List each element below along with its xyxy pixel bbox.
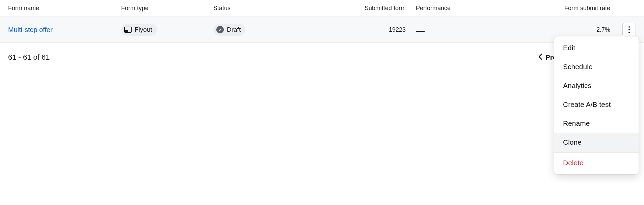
column-header-submitted[interactable]: Submitted form (335, 5, 406, 12)
performance-empty (416, 31, 425, 32)
column-header-type[interactable]: Form type (121, 5, 213, 12)
form-name-link[interactable]: Multi-step offer (8, 26, 53, 33)
form-type-label: Flyout (135, 26, 152, 33)
submitted-value: 19223 (335, 26, 406, 33)
menu-item-schedule[interactable]: Schedule (554, 57, 639, 72)
svg-rect-1 (125, 30, 128, 32)
column-header-performance[interactable]: Performance (406, 5, 487, 12)
table-header-row: Form name Form type Status Submitted for… (0, 0, 644, 17)
status-badge: Draft (213, 24, 245, 36)
column-header-status[interactable]: Status (213, 5, 335, 12)
column-header-rate[interactable]: Form submit rate (487, 5, 617, 12)
menu-item-edit[interactable]: Edit (554, 38, 639, 57)
table-footer: 61 - 61 of 61 Prev 1 2 3 4 (0, 43, 644, 72)
result-range: 61 - 61 of 61 (8, 53, 50, 62)
flyout-icon (124, 26, 132, 34)
draft-icon (216, 26, 224, 34)
submit-rate-value: 2.7% (487, 26, 617, 33)
column-header-name[interactable]: Form name (8, 5, 121, 12)
form-type-badge: Flyout (121, 24, 157, 36)
forms-table: Form name Form type Status Submitted for… (0, 0, 644, 43)
chevron-left-icon (538, 53, 543, 62)
status-label: Draft (227, 26, 241, 33)
row-actions-menu: Edit Schedule Analytics Create A/B test … (554, 36, 639, 72)
row-actions-button[interactable] (622, 23, 636, 36)
table-row: Multi-step offer Flyout (0, 17, 644, 43)
